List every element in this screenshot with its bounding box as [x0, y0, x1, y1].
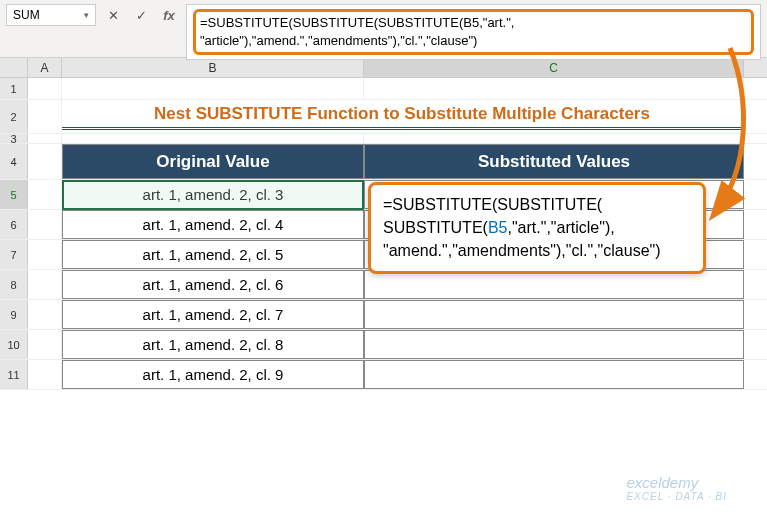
formula-bar: SUM ▾ ✕ ✓ fx =SUBSTITUTE(SUBSTITUTE(SUBS… [0, 0, 767, 58]
cell-B8[interactable]: art. 1, amend. 2, cl. 6 [62, 270, 364, 299]
cell-B1[interactable] [62, 78, 364, 99]
row-10: 10 art. 1, amend. 2, cl. 8 [0, 330, 767, 360]
cell-C3[interactable] [364, 134, 744, 143]
column-header-row: A B C [0, 58, 767, 78]
cell-B11[interactable]: art. 1, amend. 2, cl. 9 [62, 360, 364, 389]
row-header-8[interactable]: 8 [0, 270, 28, 299]
cell-C9[interactable] [364, 300, 744, 329]
cell-A8[interactable] [28, 270, 62, 299]
cell-A4[interactable] [28, 144, 62, 179]
name-box[interactable]: SUM ▾ [6, 4, 96, 26]
row-3: 3 [0, 134, 767, 144]
cell-B10[interactable]: art. 1, amend. 2, cl. 8 [62, 330, 364, 359]
row-header-1[interactable]: 1 [0, 78, 28, 99]
col-header-C[interactable]: C [364, 58, 744, 77]
cell-B7[interactable]: art. 1, amend. 2, cl. 5 [62, 240, 364, 269]
cell-A11[interactable] [28, 360, 62, 389]
callout-line2a: SUBSTITUTE( [383, 219, 488, 236]
row-header-7[interactable]: 7 [0, 240, 28, 269]
cell-A9[interactable] [28, 300, 62, 329]
cell-B6[interactable]: art. 1, amend. 2, cl. 4 [62, 210, 364, 239]
row-4: 4 Original Value Substituted Values [0, 144, 767, 180]
callout-cellref: B5 [488, 219, 508, 236]
page-title: Nest SUBSTITUTE Function to Substitute M… [154, 104, 650, 123]
row-header-6[interactable]: 6 [0, 210, 28, 239]
select-all-corner[interactable] [0, 58, 28, 77]
cell-B9[interactable]: art. 1, amend. 2, cl. 7 [62, 300, 364, 329]
row-header-9[interactable]: 9 [0, 300, 28, 329]
cancel-icon[interactable]: ✕ [102, 4, 124, 26]
callout-line3: "amend.","amendments"),"cl.","clause") [383, 242, 661, 259]
watermark-brand: exceldemy [626, 474, 698, 491]
row-header-10[interactable]: 10 [0, 330, 28, 359]
cell-A3[interactable] [28, 134, 62, 143]
cell-A6[interactable] [28, 210, 62, 239]
header-substituted-values[interactable]: Substituted Values [364, 144, 744, 179]
row-header-4[interactable]: 4 [0, 144, 28, 179]
cell-A2[interactable] [28, 100, 62, 133]
cell-C8[interactable] [364, 270, 744, 299]
cell-C10[interactable] [364, 330, 744, 359]
chevron-down-icon[interactable]: ▾ [84, 10, 89, 20]
row-8: 8 art. 1, amend. 2, cl. 6 [0, 270, 767, 300]
formula-callout: =SUBSTITUTE(SUBSTITUTE( SUBSTITUTE(B5,"a… [368, 182, 706, 274]
fx-icon[interactable]: fx [158, 4, 180, 26]
title-merged: Nest SUBSTITUTE Function to Substitute M… [62, 100, 742, 134]
row-9: 9 art. 1, amend. 2, cl. 7 [0, 300, 767, 330]
cell-A5[interactable] [28, 180, 62, 209]
enter-icon[interactable]: ✓ [130, 4, 152, 26]
col-header-B[interactable]: B [62, 58, 364, 77]
cell-A1[interactable] [28, 78, 62, 99]
formula-text: =SUBSTITUTE(SUBSTITUTE(SUBSTITUTE(B5,"ar… [200, 15, 514, 48]
row-header-3[interactable]: 3 [0, 134, 28, 143]
watermark: exceldemy EXCEL · DATA · BI [626, 474, 727, 502]
row-11: 11 art. 1, amend. 2, cl. 9 [0, 360, 767, 390]
formula-highlight: =SUBSTITUTE(SUBSTITUTE(SUBSTITUTE(B5,"ar… [193, 9, 754, 55]
row-header-11[interactable]: 11 [0, 360, 28, 389]
name-box-value: SUM [13, 8, 40, 22]
cell-A10[interactable] [28, 330, 62, 359]
cell-C1[interactable] [364, 78, 744, 99]
col-header-A[interactable]: A [28, 58, 62, 77]
formula-input[interactable]: =SUBSTITUTE(SUBSTITUTE(SUBSTITUTE(B5,"ar… [186, 4, 761, 60]
row-header-2[interactable]: 2 [0, 100, 28, 133]
callout-line2b: ,"art.","article"), [507, 219, 614, 236]
callout-arrow [700, 38, 760, 248]
header-original-value[interactable]: Original Value [62, 144, 364, 179]
row-1: 1 [0, 78, 767, 100]
cell-B3[interactable] [62, 134, 364, 143]
callout-line1: =SUBSTITUTE(SUBSTITUTE( [383, 196, 602, 213]
row-header-5[interactable]: 5 [0, 180, 28, 209]
cell-B5[interactable]: art. 1, amend. 2, cl. 3 [62, 180, 364, 209]
spreadsheet-grid: 1 2 3 4 Original Value Substituted Value… [0, 78, 767, 390]
cell-C11[interactable] [364, 360, 744, 389]
watermark-tag: EXCEL · DATA · BI [626, 491, 727, 502]
cell-A7[interactable] [28, 240, 62, 269]
